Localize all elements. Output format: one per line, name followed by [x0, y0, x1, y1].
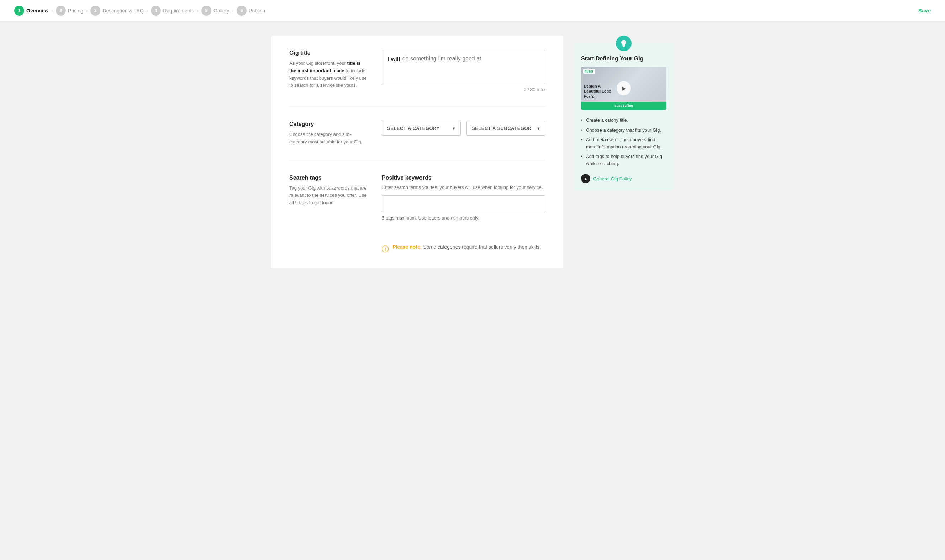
note-text: Please note: Some categories require tha… — [392, 244, 541, 250]
arrow-5: › — [232, 8, 234, 14]
form-card: Gig title As your Gig storefront, your t… — [271, 35, 563, 268]
char-count: 0 / 80 max — [382, 87, 545, 92]
step-3[interactable]: 3 Description & FAQ — [90, 6, 143, 15]
category-select-wrapper: SELECT A CATEGORY — [382, 121, 461, 135]
category-description: Choose the category and sub-category mos… — [289, 131, 368, 146]
video-title: Design A Beautiful Logo For Y... — [584, 84, 613, 99]
step-5-label: Gallery — [214, 8, 229, 14]
tip-item-1: Create a catchy title. — [581, 115, 666, 125]
step-3-circle: 3 — [90, 6, 100, 15]
gig-title-label: Gig title As your Gig storefront, your t… — [289, 50, 368, 92]
category-select[interactable]: SELECT A CATEGORY — [382, 121, 461, 135]
step-1-label: Overview — [26, 8, 48, 14]
step-2[interactable]: 2 Pricing — [56, 6, 83, 15]
video-logo-text: fiverr — [583, 69, 595, 74]
policy-link[interactable]: General Gig Policy — [581, 174, 666, 183]
step-4-circle: 4 — [151, 6, 161, 15]
step-5[interactable]: 5 Gallery — [202, 6, 229, 15]
tags-hint: 5 tags maximum. Use letters and numbers … — [382, 215, 545, 222]
step-2-label: Pricing — [68, 8, 83, 14]
subcategory-select[interactable]: SELECT A SUBCATEGORY — [466, 121, 545, 135]
top-navigation: 1 Overview › 2 Pricing › 3 Description &… — [0, 0, 945, 22]
positive-keywords-area: Positive keywords Enter search terms you… — [382, 175, 545, 227]
play-button[interactable] — [617, 81, 631, 95]
lightbulb-icon — [619, 39, 628, 48]
arrow-2: › — [86, 8, 88, 14]
policy-link-text: General Gig Policy — [593, 176, 631, 182]
category-selects: SELECT A CATEGORY SELECT A SUBCATEGORY — [382, 121, 545, 135]
tip-icon-wrapper — [616, 35, 631, 51]
info-icon: ⓘ — [382, 245, 389, 254]
search-tags-heading: Search tags — [289, 175, 368, 181]
search-tags-label: Search tags Tag your Gig with buzz words… — [289, 175, 368, 227]
note-content: Some categories require that sellers ver… — [423, 244, 541, 250]
tip-item-4: Add tags to help buyers find your Gig wh… — [581, 152, 666, 168]
search-tags-description: Tag your Gig with buzz words that are re… — [289, 185, 368, 207]
save-button[interactable]: Save — [918, 8, 931, 14]
note-section: ⓘ Please note: Some categories require t… — [289, 237, 545, 254]
main-content: Gig title As your Gig storefront, your t… — [0, 22, 945, 283]
category-input-area: SELECT A CATEGORY SELECT A SUBCATEGORY — [382, 121, 545, 146]
video-green-bar-text: Start Selling — [614, 104, 633, 108]
step-2-circle: 2 — [56, 6, 66, 15]
tip-card-title: Start Defining Your Gig — [581, 55, 666, 62]
category-section: Category Choose the category and sub-cat… — [289, 121, 545, 160]
play-policy-icon — [581, 174, 590, 183]
step-1-circle: 1 — [14, 6, 24, 15]
gig-title-heading: Gig title — [289, 50, 368, 56]
gig-title-input-area: I will 0 / 80 max — [382, 50, 545, 92]
video-thumbnail[interactable]: fiverr Design A Beautiful Logo For Y... … — [581, 67, 666, 109]
step-3-label: Description & FAQ — [103, 8, 143, 14]
positive-keywords-heading: Positive keywords — [382, 175, 545, 181]
gig-title-prefix: I will — [388, 54, 400, 64]
note-label: Please note: — [392, 244, 422, 250]
step-6[interactable]: 6 Publish — [237, 6, 265, 15]
step-5-circle: 5 — [202, 6, 211, 15]
category-label: Category Choose the category and sub-cat… — [289, 121, 368, 146]
positive-keywords-description: Enter search terms you feel your buyers … — [382, 184, 545, 191]
search-tags-section: Search tags Tag your Gig with buzz words… — [289, 175, 545, 227]
step-1[interactable]: 1 Overview — [14, 6, 48, 15]
gig-title-field-wrapper: I will — [382, 50, 545, 84]
tags-input[interactable] — [382, 195, 545, 212]
tip-item-2: Choose a category that fits your Gig. — [581, 125, 666, 135]
video-logo: fiverr — [583, 69, 595, 74]
step-6-label: Publish — [249, 8, 265, 14]
gig-title-desc-line1: As your Gig storefront, your — [289, 60, 346, 66]
gig-title-textarea[interactable] — [402, 54, 539, 79]
step-4-label: Requirements — [163, 8, 194, 14]
tip-card: Start Defining Your Gig fiverr Design A … — [574, 43, 674, 190]
gig-title-section: Gig title As your Gig storefront, your t… — [289, 50, 545, 107]
steps-container: 1 Overview › 2 Pricing › 3 Description &… — [14, 6, 265, 15]
step-6-circle: 6 — [237, 6, 246, 15]
tip-item-3: Add meta data to help buyers find more i… — [581, 135, 666, 152]
arrow-3: › — [146, 8, 148, 14]
subcategory-select-wrapper: SELECT A SUBCATEGORY — [466, 121, 545, 135]
arrow-4: › — [197, 8, 199, 14]
tip-list: Create a catchy title. Choose a category… — [581, 115, 666, 168]
arrow-1: › — [51, 8, 53, 14]
step-4[interactable]: 4 Requirements — [151, 6, 194, 15]
video-green-bar: Start Selling — [581, 102, 666, 109]
side-panel: Start Defining Your Gig fiverr Design A … — [574, 35, 674, 268]
gig-title-description: As your Gig storefront, your title is th… — [289, 60, 368, 89]
category-heading: Category — [289, 121, 368, 128]
